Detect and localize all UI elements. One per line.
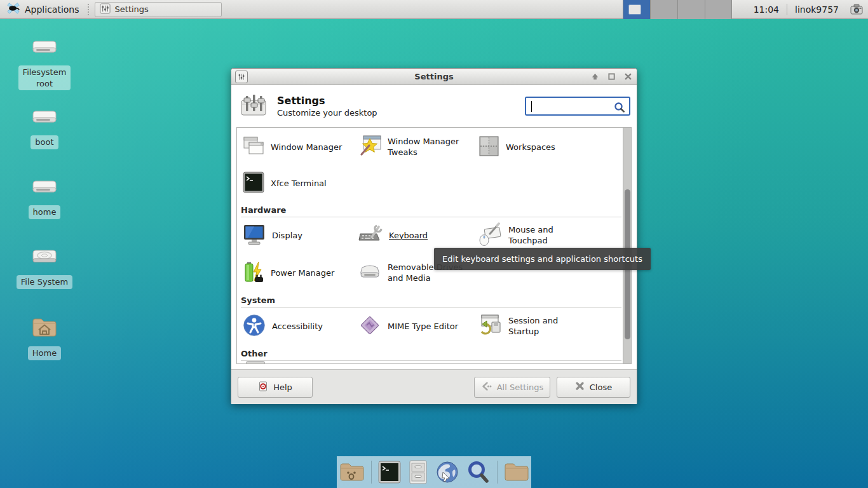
username-label[interactable]: linok9757 <box>795 4 839 15</box>
page-subtitle: Customize your desktop <box>277 108 377 118</box>
window-title: Settings <box>231 72 637 81</box>
accessibility-icon <box>242 313 266 340</box>
desktop-icon-label: home <box>29 205 61 219</box>
dock-home-directory-icon[interactable] <box>339 461 365 484</box>
applications-label: Applications <box>25 4 79 15</box>
close-button[interactable]: Close <box>557 377 630 398</box>
clipped-list-item <box>246 361 623 364</box>
keyboard-tooltip: Edit keyboard settings and application s… <box>434 248 651 270</box>
item-label: Accessibility <box>272 322 323 332</box>
item-label: Window Manager <box>271 142 342 153</box>
search-icon[interactable] <box>614 102 625 116</box>
text-caret <box>531 101 532 112</box>
desktop-icon-label: Filesystem root <box>18 65 71 90</box>
workspaces-icon <box>477 135 500 160</box>
drive-icon <box>30 177 59 201</box>
item-accessibility[interactable]: Accessibility <box>242 308 358 346</box>
taskbar-window-button-settings[interactable]: Settings <box>95 2 222 17</box>
workspace-1[interactable] <box>623 0 650 19</box>
desktop-icon-label: File System <box>17 275 72 289</box>
item-workspaces[interactable]: Workspaces <box>477 130 623 165</box>
display-icon <box>242 223 266 248</box>
all-settings-button-label: All Settings <box>497 383 544 392</box>
desktop-icon-label: boot <box>31 135 58 149</box>
session-startup-icon <box>477 313 503 340</box>
titlebar[interactable]: Settings <box>231 69 637 85</box>
section-header-hardware: Hardware <box>241 202 621 217</box>
dock-file-manager-icon[interactable] <box>407 459 429 485</box>
all-settings-button[interactable]: All Settings <box>474 377 550 398</box>
settings-window: Settings <box>231 68 637 403</box>
settings-manager-icon <box>240 93 267 119</box>
bottom-dock <box>337 456 531 488</box>
item-label: Window Manager Tweaks <box>388 137 459 158</box>
search-box[interactable] <box>525 97 630 116</box>
item-session-startup[interactable]: Session and Startup <box>477 308 623 346</box>
item-label: Workspaces <box>506 142 555 153</box>
item-label: MIME Type Editor <box>388 322 458 332</box>
section-header-system: System <box>241 292 621 308</box>
desktop-icon-label: Home <box>28 346 61 360</box>
item-xfce-terminal[interactable]: Xfce Terminal <box>242 165 358 202</box>
close-icon <box>575 381 585 393</box>
search-input[interactable] <box>531 99 613 113</box>
workspace-2[interactable] <box>650 0 677 19</box>
desktop-icon-filesystem-root[interactable]: Filesystem root <box>9 37 80 90</box>
vertical-scrollbar[interactable] <box>623 128 631 363</box>
taskbar-button-label: Settings <box>115 4 149 14</box>
harddisk-icon <box>30 247 59 271</box>
tooltip-text: Edit keyboard settings and application s… <box>442 254 642 264</box>
dock-web-browser-icon[interactable] <box>435 459 460 485</box>
mouse-touchpad-icon <box>477 222 503 249</box>
drive-icon <box>30 107 59 131</box>
help-button-label: Help <box>273 383 292 392</box>
dialog-footer: Help All Settings Close <box>231 369 637 404</box>
page-title: Settings <box>277 95 377 107</box>
dock-application-finder-icon[interactable] <box>466 459 491 485</box>
screenshot-tool-icon[interactable] <box>849 2 864 17</box>
maximize-button[interactable] <box>606 72 616 82</box>
dock-separator <box>371 461 372 484</box>
desktop-icon-file-system[interactable]: File System <box>9 247 80 289</box>
item-label: Power Manager <box>271 268 334 279</box>
workspace-4[interactable] <box>705 0 732 19</box>
dock-terminal-icon[interactable] <box>377 460 402 484</box>
top-panel: Applications Settings 11:04 linok9757 <box>0 0 868 19</box>
drive-icon <box>30 37 59 61</box>
item-window-manager[interactable]: Window Manager <box>242 130 358 165</box>
item-label: Session and Startup <box>508 316 558 337</box>
desktop-icon-home-folder[interactable]: Home <box>9 315 80 360</box>
item-label: Keyboard <box>389 231 428 241</box>
window-manager-tweaks-icon <box>358 134 382 161</box>
item-power-manager[interactable]: Power Manager <box>242 254 358 292</box>
section-header-other: Other <box>241 346 621 361</box>
desktop-icon-boot[interactable]: boot <box>9 107 80 149</box>
back-arrow-icon <box>481 381 492 393</box>
settings-window-icon <box>100 3 111 16</box>
workspace-switcher <box>623 0 732 19</box>
panel-separator <box>88 4 89 15</box>
keyboard-icon <box>358 223 383 248</box>
help-button[interactable]: Help <box>238 377 313 398</box>
power-manager-icon <box>242 260 265 287</box>
clock[interactable]: 11:04 <box>754 4 779 15</box>
item-mime-type-editor[interactable]: MIME Type Editor <box>358 308 477 346</box>
removable-drives-icon <box>358 261 382 285</box>
dock-folder-icon[interactable] <box>503 461 530 484</box>
workspace-3[interactable] <box>677 0 705 19</box>
item-label: Xfce Terminal <box>271 179 327 189</box>
item-window-manager-tweaks[interactable]: Window Manager Tweaks <box>358 130 477 165</box>
settings-header: Settings Customize your desktop <box>231 85 637 127</box>
item-display[interactable]: Display <box>242 217 358 254</box>
help-icon <box>258 381 268 393</box>
desktop-icon-home-partition[interactable]: home <box>9 177 80 219</box>
close-window-button[interactable] <box>623 72 633 82</box>
close-button-label: Close <box>590 383 612 392</box>
settings-scroll-area: Window Manager Window Manager Tweaks <box>236 127 632 364</box>
shade-button[interactable] <box>590 72 600 82</box>
window-manager-icon <box>242 135 265 160</box>
mime-type-editor-icon <box>358 313 382 340</box>
home-folder-icon <box>30 315 59 342</box>
applications-menu-button[interactable]: Applications <box>0 0 86 18</box>
xfce-logo-icon <box>6 1 20 17</box>
